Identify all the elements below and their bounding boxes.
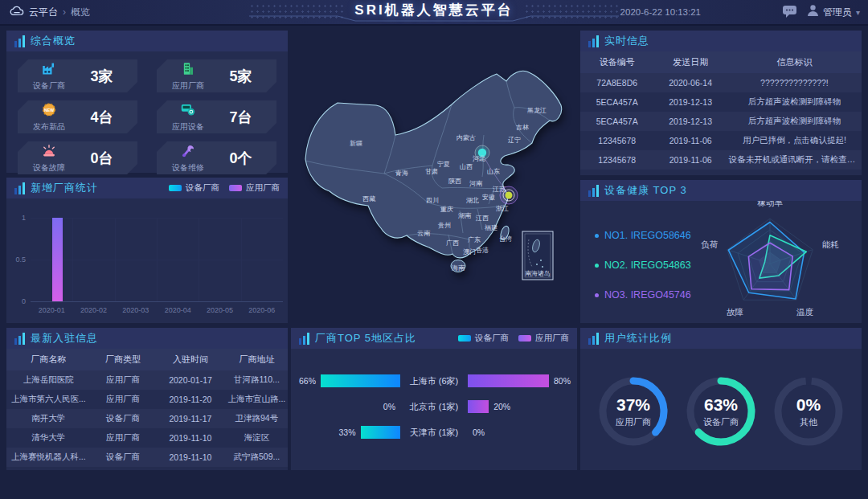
legend-swatch — [458, 335, 471, 342]
factory-icon — [40, 61, 58, 80]
table-cell: 72A8E8D6 — [580, 73, 653, 92]
table-row-3: 南开大学设备厂商2019-11-17卫津路94号 — [6, 409, 288, 428]
legend-item-1[interactable]: 设备厂商 — [169, 182, 219, 194]
province-label-云南: 云南 — [417, 230, 431, 237]
table-cell: 应用厂商 — [91, 390, 156, 409]
bullet-dot — [595, 264, 599, 268]
legend-label: 应用厂商 — [535, 333, 569, 344]
chat-icon[interactable] — [782, 5, 797, 22]
device-vendor-bar[interactable] — [361, 426, 401, 439]
user-menu[interactable]: 管理员 ▾ — [807, 0, 860, 24]
table-cell: 2020-06-14 — [653, 73, 727, 92]
table-cell: 2019-11-10 — [155, 448, 226, 467]
donut-value: 0% — [796, 395, 821, 415]
column-header: 设备编号 — [580, 51, 653, 73]
legend-label: 应用厂商 — [246, 182, 280, 194]
table-row-1: 72A8E8D62020-06-14??????????????! — [580, 73, 862, 92]
panel-ratio-header: 用户统计比例 — [580, 328, 862, 349]
province-label-山西: 山西 — [460, 163, 473, 170]
dashboard: 云平台 › 概览 SRI机器人智慧云平台 2020-6-22 10:13:21 … — [0, 0, 868, 499]
region-label: 上海市 (6家) — [400, 375, 468, 387]
legend-label: 设备厂商 — [186, 182, 219, 194]
legend-label: 设备厂商 — [475, 333, 509, 344]
donut-3: 0%其他 — [770, 373, 847, 450]
legend-item-1[interactable]: 设备厂商 — [458, 333, 509, 344]
province-label-贵州: 贵州 — [438, 222, 451, 229]
breadcrumb-separator: › — [63, 6, 66, 18]
stat-card-icon-block: 应用设备 — [157, 102, 219, 133]
table-cell: 武宁路509... — [226, 448, 288, 467]
donut-2: 63%设备厂商 — [682, 373, 760, 450]
app-vendor-bar[interactable] — [468, 374, 549, 387]
legend-item-2[interactable]: 应用厂商 — [229, 182, 280, 194]
table-cell: 上海市第六人民医... — [6, 390, 91, 409]
china-map[interactable]: 南海诸岛 新疆西藏青海甘肃宁夏内蒙古黑龙江吉林辽宁河北山西山东陕西河南江苏安徽四… — [291, 31, 577, 323]
stat-card-label: 设备维修 — [172, 162, 204, 174]
stat-card-label: 应用设备 — [172, 121, 204, 133]
grid-line-v — [157, 218, 158, 301]
left-bar-zone: 33% — [297, 426, 400, 439]
table-cell: 12345678 — [580, 131, 653, 150]
column-header: 厂商名称 — [6, 349, 91, 370]
table-cell: 上海岳阳医院 — [6, 370, 91, 390]
region-label: 天津市 (1家) — [400, 427, 468, 439]
table-row-5: 上海赛悦机器人科...设备厂商2019-11-10武宁路509... — [6, 448, 288, 467]
stat-card-grid: 设备厂商3家应用厂商5家NEW发布新品4台应用设备7台设备故障0台设备维修0个 — [6, 51, 288, 182]
right-percent-label: 0% — [473, 427, 485, 437]
panel-title-icon — [14, 333, 25, 345]
stat-card-1: 设备厂商3家 — [18, 59, 137, 92]
province-label-河北: 河北 — [473, 155, 485, 162]
tornado-row-2: 0%北京市 (1家)20% — [297, 400, 571, 413]
table-cell: 2019-11-17 — [155, 409, 226, 428]
province-label-江苏: 江苏 — [492, 186, 506, 193]
stat-card-label: 应用厂商 — [172, 80, 204, 92]
china-map-container[interactable]: 南海诸岛 新疆西藏青海甘肃宁夏内蒙古黑龙江吉林辽宁河北山西山东陕西河南江苏安徽四… — [291, 31, 577, 323]
app-device-icon — [179, 102, 197, 121]
breadcrumb-current[interactable]: 概览 — [71, 6, 90, 19]
province-label-内蒙古: 内蒙古 — [457, 134, 476, 141]
stat-card-value: 7台 — [219, 108, 276, 127]
donut-center: 63%设备厂商 — [682, 373, 760, 450]
device-vendor-bar[interactable] — [321, 374, 400, 387]
title-underline — [249, 10, 619, 25]
table-row-3: 5ECA457A2019-12-13后方超声波检测到障碍物 — [580, 112, 862, 131]
panel-title: 用户统计比例 — [604, 331, 672, 346]
legend-item-2[interactable]: 应用厂商 — [518, 333, 569, 344]
right-percent-label: 20% — [493, 402, 510, 411]
x-tick-label: 2020-06 — [233, 306, 291, 314]
breadcrumb-root[interactable]: 云平台 — [29, 6, 58, 19]
column-header: 厂商类型 — [91, 349, 156, 370]
left-percent-label: 0% — [383, 402, 395, 411]
province-label-湖北: 湖北 — [466, 197, 479, 204]
radar-axis-label: 故障 — [727, 307, 743, 317]
province-label-四川: 四川 — [426, 197, 439, 204]
tornado-row-1: 66%上海市 (6家)80% — [297, 374, 571, 387]
bar-app-vendor-2020-01[interactable] — [52, 218, 63, 301]
right-bar-zone: 20% — [468, 400, 571, 413]
column-header: 信息标识 — [727, 51, 862, 73]
chart-legend: 设备厂商应用厂商 — [458, 333, 569, 344]
panel-title: 厂商TOP 5地区占比 — [315, 331, 416, 346]
table-cell: 后方超声波检测到障碍物 — [727, 112, 862, 131]
column-header: 厂商地址 — [226, 349, 288, 370]
realtime-info-table: 设备编号发送日期信息标识72A8E8D62020-06-14??????????… — [580, 51, 862, 170]
province-label-江西: 江西 — [475, 215, 489, 222]
cloud-icon — [10, 5, 24, 19]
radar-axis-label: 能耗 — [822, 239, 839, 249]
table-cell: ??????????????! — [727, 73, 862, 92]
panel-realtime-info: 实时信息 设备编号发送日期信息标识72A8E8D62020-06-14?????… — [580, 31, 862, 175]
table-header-row: 厂商名称厂商类型入驻时间厂商地址 — [6, 349, 288, 370]
right-bar-zone: 80% — [468, 374, 571, 387]
panel-title: 综合概览 — [31, 34, 76, 48]
table-row-4: 清华大学应用厂商2019-11-10海淀区 — [6, 428, 288, 448]
panel-title-icon — [14, 35, 25, 47]
bullet-dot — [595, 293, 599, 297]
donut-value: 37% — [616, 395, 650, 415]
stat-card-label: 设备故障 — [33, 162, 65, 174]
table-cell: 设备厂商 — [91, 448, 156, 467]
table-cell: 2019-12-13 — [653, 112, 727, 131]
left-percent-label: 33% — [338, 427, 355, 437]
stat-card-icon-block: 应用厂商 — [157, 61, 219, 92]
stat-card-value: 0个 — [219, 149, 276, 168]
app-vendor-bar[interactable] — [468, 400, 489, 413]
